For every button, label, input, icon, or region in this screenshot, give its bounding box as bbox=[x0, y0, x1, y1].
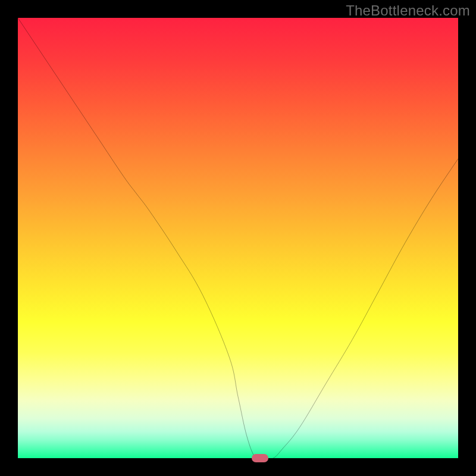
plot-area bbox=[18, 18, 458, 458]
bottleneck-curve-path bbox=[18, 18, 458, 458]
curve-svg bbox=[18, 18, 458, 458]
chart-frame: TheBottleneck.com bbox=[0, 0, 476, 476]
watermark-text: TheBottleneck.com bbox=[346, 2, 470, 19]
optimum-marker bbox=[252, 454, 268, 462]
